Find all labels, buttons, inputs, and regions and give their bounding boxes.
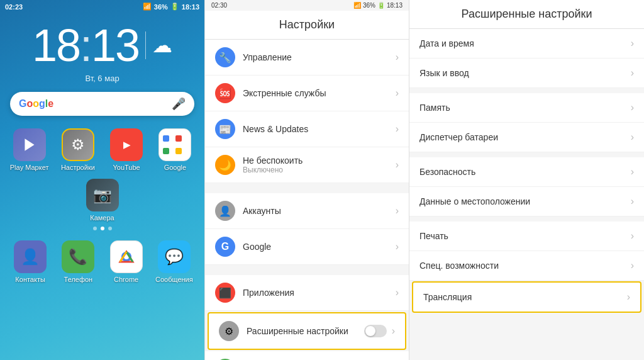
memory-arrow: › xyxy=(631,102,634,113)
play-store-icon xyxy=(13,128,46,161)
management-icon: 🔧 xyxy=(215,47,235,67)
google-app-label: Google xyxy=(164,164,186,171)
home-status-right: 📶 36% 🔋 18:13 xyxy=(143,3,199,11)
advanced-toggle[interactable] xyxy=(364,325,387,337)
dnd-text-group: Не беспокоить Выключено xyxy=(243,155,396,174)
settings-item-apps[interactable]: ⬛ Приложения › xyxy=(205,275,409,311)
language-label: Язык и ввод xyxy=(419,68,631,78)
home-screen: 02:23 📶 36% 🔋 18:13 18:13 ☁ Вт, 6 мар Go… xyxy=(0,0,204,360)
advanced-item-memory[interactable]: Память › xyxy=(409,93,644,123)
news-label: News & Updates xyxy=(243,124,396,134)
settings-signal-icon: 📶 xyxy=(353,2,361,9)
dnd-subtext: Выключено xyxy=(243,166,396,174)
settings-divider-1 xyxy=(205,188,409,193)
advanced-panel: Расширенные настройки Дата и время › Язы… xyxy=(409,0,644,360)
print-label: Печать xyxy=(419,231,631,241)
time-divider xyxy=(145,31,146,59)
location-arrow: › xyxy=(631,196,634,207)
advanced-item-language[interactable]: Язык и ввод › xyxy=(409,59,644,88)
page-dots xyxy=(0,224,204,233)
settings-group-3: ⬛ Приложения › ⚙ Расширенные настройки ›… xyxy=(205,275,409,360)
app-youtube[interactable]: ▶ YouTube xyxy=(105,128,148,171)
dock-contacts[interactable]: 👤 Контакты xyxy=(8,240,53,283)
advanced-item-location[interactable]: Данные о местоположении › xyxy=(409,187,644,217)
google-settings-arrow: › xyxy=(396,241,399,252)
settings-item-advanced[interactable]: ⚙ Расширенные настройки › xyxy=(208,312,406,350)
camera-row: 📷 Камера xyxy=(0,176,204,224)
apps-label: Приложения xyxy=(243,288,396,298)
camera-icon: 📷 xyxy=(86,179,119,211)
cast-arrow: › xyxy=(627,291,630,303)
youtube-icon: ▶ xyxy=(110,128,143,161)
google-settings-icon: G xyxy=(215,237,235,257)
google-search-bar[interactable]: Google 🎤 xyxy=(10,92,194,116)
settings-group-1: 🔧 Управление › 🆘 Экстренные службы › 📰 N… xyxy=(205,40,409,183)
battery-icon: 🔋 xyxy=(170,3,179,11)
settings-item-dnd[interactable]: 🌙 Не беспокоить Выключено › xyxy=(205,147,409,183)
dock-messages[interactable]: 💬 Сообщения xyxy=(152,240,197,283)
settings-label: Настройки xyxy=(61,164,95,171)
language-arrow: › xyxy=(631,67,634,79)
emergency-arrow: › xyxy=(396,87,399,99)
mic-icon[interactable]: 🎤 xyxy=(172,97,186,111)
advanced-item-cast[interactable]: Трансляция › xyxy=(412,281,641,313)
security-arrow: › xyxy=(631,166,634,177)
advanced-spacer-3 xyxy=(409,217,644,222)
app-settings[interactable]: ⚙ Настройки xyxy=(56,128,99,171)
advanced-item-accessibility[interactable]: Спец. возможности › xyxy=(409,251,644,281)
location-label: Данные о местоположении xyxy=(419,196,631,206)
dock-phone[interactable]: 📞 Телефон xyxy=(55,240,101,283)
play-store-label: Play Маркет xyxy=(10,164,49,171)
google-logo: Google xyxy=(19,98,53,110)
settings-battery-icon: 🔋 xyxy=(377,2,385,9)
settings-item-google[interactable]: G Google › xyxy=(205,229,409,265)
settings-item-emergency[interactable]: 🆘 Экстренные службы › xyxy=(205,76,409,111)
home-time-widget: 18:13 ☁ Вт, 6 мар xyxy=(0,13,204,84)
settings-item-accounts[interactable]: 👤 Аккаунты › xyxy=(205,193,409,229)
app-play-store[interactable]: Play Маркет xyxy=(8,128,51,171)
settings-clock: 18:13 xyxy=(387,2,402,9)
settings-item-update[interactable]: ↻ Обновление › xyxy=(205,351,409,360)
advanced-item-print[interactable]: Печать › xyxy=(409,222,644,251)
dot-2 xyxy=(101,227,104,230)
home-date: Вт, 6 мар xyxy=(0,74,204,83)
bottom-dock: 👤 Контакты 📞 Телефон Chrome 💬 Сообщения xyxy=(0,235,204,288)
advanced-spacer-1 xyxy=(409,88,644,93)
datetime-arrow: › xyxy=(631,38,634,49)
settings-item-news[interactable]: 📰 News & Updates › xyxy=(205,111,409,147)
contacts-icon: 👤 xyxy=(14,240,47,273)
messages-label: Сообщения xyxy=(155,276,193,283)
dot-1 xyxy=(93,227,97,230)
home-status-time: 02:23 xyxy=(5,3,23,11)
advanced-item-datetime[interactable]: Дата и время › xyxy=(409,29,644,59)
app-grid: Play Маркет ⚙ Настройки ▶ YouTube Google xyxy=(0,123,204,176)
advanced-item-battery[interactable]: Диспетчер батареи › xyxy=(409,123,644,152)
advanced-settings-label: Расширенные настройки xyxy=(247,326,364,336)
settings-status-bar: 02:30 📶 36% 🔋 18:13 xyxy=(205,0,409,11)
accessibility-arrow: › xyxy=(631,260,634,271)
emergency-label: Экстренные службы xyxy=(243,88,396,98)
time-display: 18:13 xyxy=(32,20,139,71)
settings-item-management[interactable]: 🔧 Управление › xyxy=(205,40,409,76)
accounts-arrow: › xyxy=(396,205,399,217)
dock-chrome[interactable]: Chrome xyxy=(104,240,149,283)
battery-label: Диспетчер батареи xyxy=(419,132,631,142)
battery-arrow: › xyxy=(631,132,634,143)
dnd-arrow: › xyxy=(396,159,399,171)
accounts-label: Аккаунты xyxy=(243,206,396,216)
settings-group-2: 👤 Аккаунты › G Google › xyxy=(205,193,409,265)
apps-arrow: › xyxy=(396,287,399,298)
advanced-item-security[interactable]: Безопасность › xyxy=(409,157,644,187)
advanced-settings-icon: ⚙ xyxy=(219,321,239,341)
contacts-label: Контакты xyxy=(15,276,45,283)
home-status-bar: 02:23 📶 36% 🔋 18:13 xyxy=(0,0,204,13)
settings-status-right: 📶 36% 🔋 18:13 xyxy=(353,2,402,9)
print-arrow: › xyxy=(631,230,634,242)
app-camera[interactable]: 📷 Камера xyxy=(86,179,119,222)
settings-icon: ⚙ xyxy=(62,128,94,161)
app-google[interactable]: Google xyxy=(153,128,197,171)
settings-panel: 02:30 📶 36% 🔋 18:13 Настройки 🔧 Управлен… xyxy=(204,0,409,360)
messages-icon: 💬 xyxy=(158,240,191,273)
camera-label: Камера xyxy=(90,214,114,222)
security-label: Безопасность xyxy=(419,167,631,177)
